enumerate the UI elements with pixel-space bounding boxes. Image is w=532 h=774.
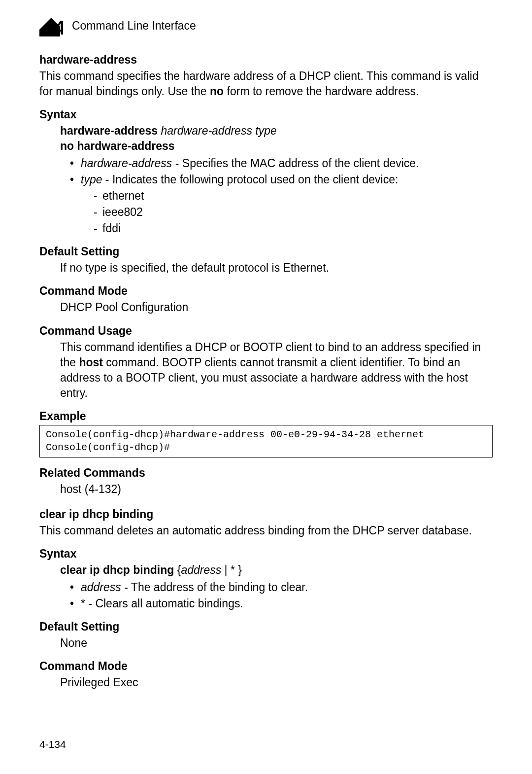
default-setting-heading: Default Setting [39,620,493,633]
italic-text: type [81,173,102,186]
italic-text: hardware-address type [158,124,277,137]
text: - The address of the binding to clear. [121,581,308,594]
bold-text: clear ip dhcp binding [60,563,174,576]
command-mode-body: DHCP Pool Configuration [60,300,493,315]
list-item: address - The address of the binding to … [70,580,493,595]
text: - Indicates the following protocol used … [102,173,398,186]
command-usage-heading: Command Usage [39,324,493,338]
default-setting-body: None [60,635,493,651]
syntax-line: hardware-address hardware-address type [60,123,493,139]
command-clear-ip-dhcp-binding: clear ip dhcp binding This command delet… [39,508,493,690]
text: | * } [221,563,242,576]
command-description: This command specifies the hardware addr… [39,69,493,99]
chapter-header: 4 Command Line Interface [39,15,493,36]
command-title: clear ip dhcp binding [39,508,493,521]
page: 4 Command Line Interface hardware-addres… [0,0,532,774]
command-hardware-address: hardware-address This command specifies … [39,53,493,497]
chapter-title: Command Line Interface [72,19,196,33]
syntax-heading: Syntax [39,547,493,561]
text: command. BOOTP clients cannot transmit a… [60,356,468,399]
bold-text: host [79,356,103,369]
list-item: type - Indicates the following protocol … [70,172,493,236]
list-item: * - Clears all automatic bindings. [70,596,493,611]
page-number: 4-134 [39,739,66,750]
chapter-number-icon: 4 [39,15,63,36]
list-item: ethernet [94,188,493,204]
parameter-list: hardware-address - Specifies the MAC add… [70,156,493,236]
command-mode-body: Privileged Exec [60,675,493,690]
text: - Clears all automatic bindings. [85,597,243,610]
related-commands-heading: Related Commands [39,466,493,480]
italic-text: hardware-address [81,157,172,170]
text: - Specifies the MAC address of the clien… [172,157,419,170]
command-mode-heading: Command Mode [39,284,493,298]
bold-text: no [210,85,224,98]
list-item: ieee802 [94,205,493,220]
chapter-number-text: 4 [54,17,63,36]
italic-text: address [181,563,221,576]
command-usage-body: This command identifies a DHCP or BOOTP … [60,340,493,401]
text: { [174,563,181,576]
list-item: fddi [94,221,493,236]
parameter-list: address - The address of the binding to … [70,580,493,611]
related-commands-body: host (4-132) [60,482,493,497]
bold-text: * [81,597,85,610]
italic-text: address [81,581,121,594]
example-code-block: Console(config-dhcp)#hardware-address 00… [39,425,493,457]
command-description: This command deletes an automatic addres… [39,523,493,538]
text: form to remove the hardware address. [224,85,419,98]
default-setting-heading: Default Setting [39,245,493,258]
bold-text: hardware-address [60,124,158,137]
syntax-line: no hardware-address [60,139,493,154]
example-heading: Example [39,410,493,423]
list-item: hardware-address - Specifies the MAC add… [70,156,493,171]
bold-text: no hardware-address [60,140,175,152]
type-list: ethernet ieee802 fddi [94,188,493,236]
syntax-line: clear ip dhcp binding {address | * } [60,563,493,578]
syntax-heading: Syntax [39,108,493,121]
command-title: hardware-address [39,53,493,67]
default-setting-body: If no type is specified, the default pro… [60,260,493,276]
command-mode-heading: Command Mode [39,660,493,673]
